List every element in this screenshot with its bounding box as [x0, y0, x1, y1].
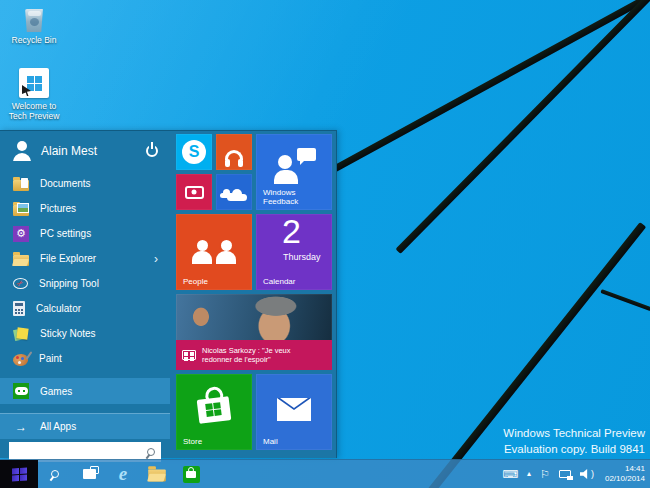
- task-view-icon: [83, 469, 96, 479]
- gear-icon: ⚙: [13, 226, 29, 242]
- menu-item-label: All Apps: [40, 421, 76, 432]
- camera-icon: [185, 186, 204, 199]
- chevron-right-icon: ›: [154, 252, 158, 266]
- documents-folder-icon: [13, 180, 29, 191]
- taskbar: e ⌨ ▴ ⚐ ) 14:41 02/10/2014: [0, 459, 650, 488]
- network-icon[interactable]: [559, 470, 571, 478]
- clock-date: 02/10/2014: [605, 474, 645, 484]
- taskbar-clock[interactable]: 14:41 02/10/2014: [603, 464, 645, 484]
- start-menu-item-list: Documents Pictures ⚙ PC settings File Ex…: [0, 171, 170, 462]
- newspaper-icon: [182, 350, 196, 360]
- people-icon: [192, 230, 236, 264]
- calendar-day: Thursday: [283, 252, 321, 262]
- menu-item-sticky-notes[interactable]: Sticky Notes: [0, 321, 170, 346]
- sticky-notes-icon: [13, 326, 29, 342]
- start-menu: Alain Mest Documents Pictures ⚙ PC setti…: [0, 130, 337, 458]
- show-hidden-icons-button[interactable]: ▴: [527, 470, 531, 478]
- tile-people[interactable]: People: [176, 214, 252, 290]
- games-controller-icon: [13, 383, 29, 399]
- paint-palette-icon: [13, 354, 28, 366]
- pictures-folder-icon: [13, 205, 29, 216]
- tile-store[interactable]: Store: [176, 374, 252, 450]
- speaker-icon: [580, 469, 590, 479]
- clock-time: 14:41: [605, 464, 645, 474]
- tile-onedrive[interactable]: [216, 174, 252, 210]
- internet-explorer-icon: e: [119, 464, 127, 483]
- menu-item-pictures[interactable]: Pictures: [0, 196, 170, 221]
- tile-label: Windows Feedback: [263, 188, 321, 206]
- tile-mail[interactable]: Mail: [256, 374, 332, 450]
- tile-calendar[interactable]: 2 Thursday Calendar: [256, 214, 332, 290]
- news-caption-bar: Nicolas Sarkozy : "Je veux redonner de l…: [176, 340, 332, 370]
- file-explorer-button[interactable]: [140, 460, 174, 488]
- action-center-flag-icon[interactable]: ⚐: [540, 469, 550, 480]
- cloud-icon: [227, 194, 247, 201]
- touch-keyboard-icon[interactable]: ⌨: [502, 469, 518, 480]
- user-account-row[interactable]: Alain Mest: [0, 131, 170, 161]
- snipping-tool-icon: ✂: [13, 278, 28, 289]
- tile-windows-feedback[interactable]: Windows Feedback: [256, 134, 332, 210]
- news-caption-line1: Nicolas Sarkozy : "Je veux: [202, 346, 291, 356]
- menu-item-calculator[interactable]: Calculator: [0, 296, 170, 321]
- tile-skype[interactable]: S: [176, 134, 212, 170]
- user-avatar-icon: [12, 141, 32, 161]
- file-explorer-icon: [13, 255, 29, 266]
- search-icon: [147, 448, 155, 456]
- store-button[interactable]: [174, 460, 208, 488]
- menu-item-label: PC settings: [40, 228, 91, 239]
- user-name: Alain Mest: [41, 144, 137, 158]
- evaluation-watermark: Windows Technical Preview Evaluation cop…: [503, 425, 645, 457]
- tile-camera[interactable]: [176, 174, 212, 210]
- menu-item-pc-settings[interactable]: ⚙ PC settings: [0, 221, 170, 246]
- desktop: Recycle Bin Welcome to Tech Preview Wind…: [0, 0, 650, 488]
- tile-label: People: [183, 277, 208, 286]
- windows-logo-icon: [12, 467, 27, 481]
- menu-item-label: Documents: [40, 178, 91, 189]
- search-icon: [51, 470, 59, 478]
- store-bag-icon: [197, 396, 232, 424]
- tile-music[interactable]: [216, 134, 252, 170]
- menu-item-label: Paint: [39, 353, 62, 364]
- arrow-right-icon: →: [13, 420, 29, 434]
- news-caption-line2: redonner de l'espoir": [202, 355, 291, 365]
- internet-explorer-button[interactable]: e: [106, 460, 140, 488]
- skype-icon: S: [182, 140, 206, 164]
- menu-item-paint[interactable]: Paint: [0, 346, 170, 371]
- menu-item-snipping-tool[interactable]: ✂ Snipping Tool: [0, 271, 170, 296]
- windows-tile-icon: [19, 68, 49, 98]
- desktop-icon-label: Recycle Bin: [12, 35, 57, 45]
- menu-item-label: Snipping Tool: [39, 278, 99, 289]
- menu-item-label: File Explorer: [40, 253, 96, 264]
- desktop-icon-recycle-bin[interactable]: Recycle Bin: [6, 9, 62, 45]
- volume-wave: ): [591, 470, 594, 479]
- file-explorer-icon: [148, 469, 166, 481]
- menu-item-label: Sticky Notes: [40, 328, 96, 339]
- power-button[interactable]: [146, 145, 158, 157]
- taskbar-left: e: [0, 460, 208, 488]
- store-icon: [183, 466, 200, 483]
- menu-item-file-explorer[interactable]: File Explorer ›: [0, 246, 170, 271]
- windows-logo-icon: [27, 76, 42, 91]
- desktop-icon-label: Welcome to Tech Preview: [6, 101, 62, 121]
- tile-label: Calendar: [263, 277, 295, 286]
- menu-item-games[interactable]: Games: [0, 378, 170, 404]
- recycle-bin-icon: [25, 9, 44, 32]
- task-view-button[interactable]: [72, 460, 106, 488]
- start-menu-left-column: Alain Mest Documents Pictures ⚙ PC setti…: [0, 131, 170, 458]
- volume-icon[interactable]: ): [580, 469, 594, 479]
- menu-item-documents[interactable]: Documents: [0, 171, 170, 196]
- envelope-icon: [277, 398, 311, 421]
- taskbar-search-button[interactable]: [38, 460, 72, 488]
- desktop-icon-welcome-tech-preview[interactable]: Welcome to Tech Preview: [6, 68, 62, 121]
- start-button[interactable]: [0, 460, 38, 488]
- search-input[interactable]: [15, 446, 147, 459]
- news-caption: Nicolas Sarkozy : "Je veux redonner de l…: [202, 346, 291, 365]
- tile-news[interactable]: Nicolas Sarkozy : "Je veux redonner de l…: [176, 294, 332, 370]
- calendar-date: 2: [282, 214, 301, 251]
- start-menu-tile-area: S Windows Feedback P: [172, 134, 334, 454]
- watermark-line1: Windows Technical Preview: [503, 425, 645, 441]
- system-tray: ⌨ ▴ ⚐ ) 14:41 02/10/2014: [502, 460, 650, 488]
- menu-item-all-apps[interactable]: → All Apps: [0, 413, 170, 439]
- menu-item-label: Calculator: [36, 303, 81, 314]
- tile-label: Store: [183, 437, 202, 446]
